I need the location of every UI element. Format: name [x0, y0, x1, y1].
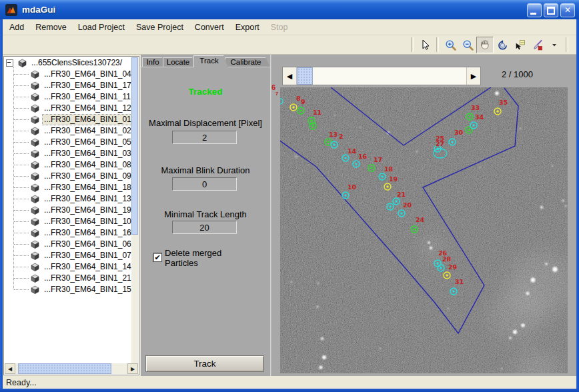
image-canvas[interactable]: 8911132141617181921202410262829312527303…: [280, 87, 568, 373]
svg-text:27: 27: [436, 140, 444, 147]
hscroll-right-arrow[interactable]: ▶: [127, 363, 138, 374]
svg-text:24: 24: [416, 216, 425, 223]
brush-tool-button[interactable]: [528, 37, 546, 53]
max-displacement-input[interactable]: [172, 131, 237, 144]
tree-item[interactable]: ...FR30_EM64_BIN1_19: [4, 205, 131, 216]
tree-item[interactable]: ...FR30_EM64_BIN1_10: [4, 216, 131, 227]
svg-text:18: 18: [384, 165, 394, 173]
cube-icon: [31, 93, 39, 101]
zoom-in-tool-button[interactable]: [442, 37, 459, 53]
tree-item-label: ...FR30_EM64_BIN1_09: [43, 171, 131, 181]
tree-item[interactable]: ...FR30_EM64_BIN1_09: [4, 171, 131, 182]
cube-icon: [31, 70, 39, 79]
zoom-out-tool-button[interactable]: [459, 37, 476, 53]
tree-item-label: ...FR30_EM64_BIN1_19: [43, 205, 131, 215]
min-track-length-input[interactable]: [172, 221, 237, 234]
menu-item-load-project[interactable]: Load Project: [78, 23, 125, 32]
max-blink-duration-label: Maximal Blink Duration: [141, 165, 270, 175]
close-button[interactable]: [560, 3, 575, 17]
tree-item[interactable]: ...FR30_EM64_BIN1_13: [4, 193, 131, 205]
cube-icon: [31, 206, 39, 215]
tree-item-label: ...FR30_EM64_BIN1_10: [43, 217, 131, 227]
cube-icon: [31, 217, 39, 226]
svg-text:31: 31: [455, 278, 464, 285]
tree-item-label: ...FR30_EM64_BIN1_08: [43, 160, 131, 170]
tree-item[interactable]: ...FR30_EM64_BIN1_12: [4, 103, 131, 114]
delete-merged-label: Delete merged Particles: [165, 248, 231, 268]
tree-item[interactable]: ...FR30_EM64_BIN1_14: [4, 261, 131, 273]
tree-vertical-scrollbar[interactable]: [131, 57, 138, 363]
tree-item[interactable]: ...FR30_EM64_BIN1_03: [4, 148, 131, 159]
frame-slider[interactable]: ◀ ▶: [282, 67, 481, 85]
svg-text:17: 17: [374, 156, 382, 163]
pointer-tool-button[interactable]: [416, 37, 434, 53]
frame-counter: 2 / 1000: [502, 69, 533, 79]
menu-item-remove[interactable]: Remove: [35, 23, 67, 32]
hscroll-left-arrow[interactable]: ◀: [5, 363, 15, 374]
frame-prev-arrow[interactable]: ◀: [283, 67, 297, 85]
tree-item-label: ...FR30_EM64_BIN1_05: [43, 137, 131, 147]
frame-slider-thumb[interactable]: [297, 67, 313, 85]
frame-next-arrow[interactable]: ▶: [466, 67, 480, 85]
menu-item-export[interactable]: Export: [235, 23, 259, 32]
cube-icon: [31, 115, 39, 124]
dropdown-arrow-icon: [551, 39, 558, 50]
dropdown-arrow-tool-button[interactable]: [546, 37, 563, 53]
tree-item-label: ...FR30_EM64_BIN1_18: [43, 183, 131, 193]
tree-horizontal-scrollbar[interactable]: ◀ ▶: [5, 363, 138, 374]
tree-item-label: ...FR30_EM64_BIN1_16: [43, 228, 131, 238]
tree-item[interactable]: ...FR30_EM64_BIN1_21: [4, 273, 131, 284]
tree-item[interactable]: ...FR30_EM64_BIN1_18: [4, 182, 131, 193]
tree-vscroll-thumb[interactable]: [131, 57, 138, 235]
data-cursor-tool-button[interactable]: [511, 37, 528, 53]
tab-locate[interactable]: Locate: [163, 57, 197, 67]
svg-text:20: 20: [403, 201, 412, 209]
tab-track[interactable]: Track: [193, 55, 228, 67]
menu-item-stop: Stop: [271, 23, 288, 32]
tree-item[interactable]: ...FR30_EM64_BIN1_16: [4, 227, 131, 239]
tree-item[interactable]: ...FR30_EM64_BIN1_07: [4, 250, 131, 261]
svg-text:33: 33: [471, 104, 480, 111]
tree-root-label: ...655ClensSlices130723/: [30, 58, 123, 68]
tab-bar: InfoLocateTrackCalibrate: [141, 55, 270, 67]
menu-item-add[interactable]: Add: [9, 23, 24, 32]
menu-bar: AddRemoveLoad ProjectSave ProjectConvert…: [3, 19, 576, 35]
tree-item[interactable]: ...FR30_EM64_BIN1_15: [4, 284, 131, 295]
tree-item[interactable]: ...FR30_EM64_BIN1_02: [4, 125, 131, 137]
tree-item[interactable]: ...FR30_EM64_BIN1_11: [4, 91, 131, 103]
maximize-button[interactable]: [544, 3, 558, 17]
menu-item-convert[interactable]: Convert: [195, 23, 224, 32]
hscroll-track[interactable]: [111, 363, 127, 374]
rotate-3d-tool-button[interactable]: [494, 37, 511, 53]
tree-root-node[interactable]: ...655ClensSlices130723/: [4, 57, 131, 69]
pan-tool-button[interactable]: [476, 37, 494, 53]
hscroll-thumb[interactable]: [18, 363, 111, 374]
toolbar-separator: [436, 37, 439, 52]
menu-item-save-project[interactable]: Save Project: [136, 23, 183, 32]
tree-item[interactable]: ...FR30_EM64_BIN1_06: [4, 239, 131, 250]
tree-item[interactable]: ...FR30_EM64_BIN1_08: [4, 159, 131, 171]
tree-item[interactable]: ...FR30_EM64_BIN1_04: [4, 69, 131, 80]
max-blink-duration-input[interactable]: [172, 177, 237, 191]
pointer-icon: [420, 39, 430, 50]
svg-text:21: 21: [397, 191, 406, 198]
track-button[interactable]: Track: [145, 355, 264, 372]
window-title: mdaGui: [22, 5, 55, 15]
tree-item-selected[interactable]: ...FR30_EM64_BIN1_01: [4, 114, 131, 125]
tree-item-label: ...FR30_EM64_BIN1_02: [43, 126, 131, 136]
tree-item[interactable]: ...FR30_EM64_BIN1_17: [4, 80, 131, 91]
tree-collapse-toggle[interactable]: [6, 59, 13, 67]
svg-text:10: 10: [348, 183, 357, 191]
window-border-left: [0, 19, 3, 392]
project-tree-panel: ...655ClensSlices130723/...FR30_EM64_BIN…: [3, 56, 139, 375]
minimize-button[interactable]: [527, 3, 542, 17]
tree-item[interactable]: ...FR30_EM64_BIN1_05: [4, 137, 131, 148]
tree-item-label: ...FR30_EM64_BIN1_12: [43, 103, 131, 113]
svg-text:29: 29: [448, 263, 457, 271]
delete-merged-checkbox[interactable]: ✔: [153, 253, 162, 262]
cube-icon: [31, 240, 39, 249]
tree-item-label: ...FR30_EM64_BIN1_03: [43, 149, 131, 159]
tree-item-label: ...FR30_EM64_BIN1_17: [43, 81, 131, 91]
application-window: mdaGui AddRemoveLoad ProjectSave Project…: [0, 0, 579, 392]
tab-calibrate[interactable]: Calibrate: [225, 57, 270, 67]
